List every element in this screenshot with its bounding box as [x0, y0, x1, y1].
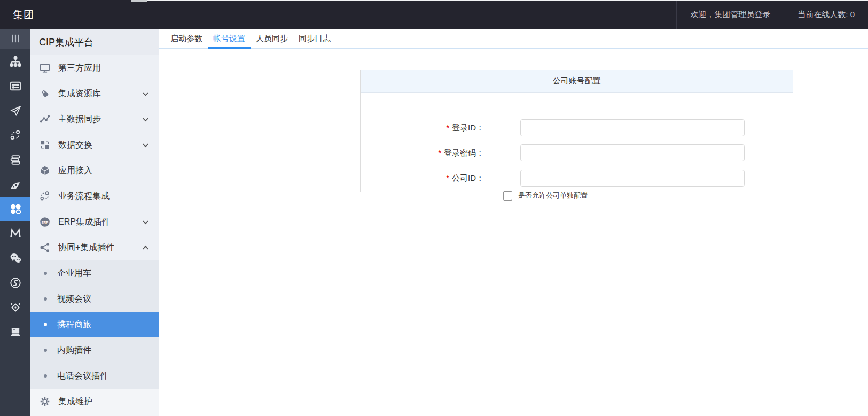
bullet-icon — [44, 272, 47, 275]
sidebar-item-label: 电话会议插件 — [57, 371, 108, 382]
sidebar-item-label: 携程商旅 — [57, 319, 91, 330]
rail-item-m-app[interactable] — [0, 221, 30, 246]
collapse-menu-button[interactable] — [0, 29, 30, 49]
sidebar-subitem-enterprise-car[interactable]: 企业用车 — [30, 260, 159, 286]
sidebar-item-master-data-sync[interactable]: 主数据同步 — [30, 106, 159, 132]
laptop-icon — [9, 325, 22, 339]
company-id-input[interactable] — [520, 170, 745, 187]
gear-icon — [38, 395, 51, 408]
chevron-down-icon — [142, 143, 149, 148]
sidebar-item-app-access[interactable]: 应用接入 — [30, 158, 159, 183]
rail-item-apps-selected[interactable] — [0, 197, 30, 221]
tab-sync-log[interactable]: 同步日志 — [293, 29, 336, 48]
bullet-icon — [44, 297, 47, 301]
bullet-icon — [44, 349, 47, 352]
chevron-down-icon — [142, 220, 149, 225]
sidebar-subitem-ctrip-travel[interactable]: 携程商旅 — [30, 312, 159, 337]
sync-chart-icon — [38, 113, 51, 126]
chevron-up-icon — [142, 245, 149, 250]
company-id-label: *公司ID： — [361, 170, 484, 187]
tab-bar: 启动参数 帐号设置 人员同步 同步日志 — [159, 29, 868, 49]
rail-item-org[interactable] — [0, 49, 30, 74]
rail-item-diamond-app[interactable] — [0, 295, 30, 320]
panel-title: 公司账号配置 — [361, 70, 793, 93]
monitor-icon — [38, 61, 51, 74]
sidebar: CIP集成平台 第三方应用 集成资源库 主数据同步 数据交换 — [30, 29, 159, 416]
sidebar-item-label: ERP集成插件 — [58, 217, 110, 228]
login-id-label: *登录ID： — [361, 119, 484, 136]
palette-icon — [9, 178, 22, 191]
sidebar-item-label: 集成资源库 — [58, 88, 101, 99]
sidebar-item-label: 视频会议 — [57, 294, 91, 305]
sidebar-item-label: 主数据同步 — [58, 114, 101, 125]
control-panel-icon — [9, 80, 22, 93]
sidebar-item-third-party-apps[interactable]: 第三方应用 — [30, 55, 159, 81]
browser-artifact-line — [147, 0, 868, 1]
org-chart-icon — [9, 55, 22, 68]
rail-item-palette[interactable] — [0, 172, 30, 197]
exchange-icon — [38, 138, 51, 151]
brand-title: 集团 — [0, 8, 34, 22]
panel-body: *登录ID： *登录密码： *公司ID： 是否允许公司单独配置 — [361, 93, 793, 192]
send-plane-icon — [9, 104, 22, 117]
login-id-input[interactable] — [520, 119, 745, 136]
bullet-icon — [44, 374, 47, 378]
sidebar-title: CIP集成平台 — [30, 29, 159, 55]
chevron-down-icon — [142, 117, 149, 122]
allow-company-config-row: 是否允许公司单独配置 — [503, 191, 588, 201]
erp-badge-icon: ERP — [38, 215, 51, 228]
svg-text:ERP: ERP — [42, 220, 49, 224]
sidebar-item-label: 内购插件 — [57, 345, 91, 356]
sidebar-item-erp-plugin[interactable]: ERP ERP集成插件 — [30, 209, 159, 235]
clover-apps-icon — [9, 202, 22, 216]
icon-rail — [0, 29, 30, 416]
allow-company-config-label: 是否允许公司单独配置 — [518, 191, 588, 201]
sidebar-item-process-integration[interactable]: 业务流程集成 — [30, 183, 159, 209]
workflow-icon — [9, 129, 22, 142]
required-marker: * — [446, 173, 449, 182]
sidebar-item-label: 协同+集成插件 — [58, 242, 114, 253]
sidebar-item-data-exchange[interactable]: 数据交换 — [30, 132, 159, 158]
diamond-spark-icon — [9, 301, 22, 314]
rail-item-layers[interactable] — [0, 148, 30, 172]
m-letter-icon — [9, 227, 22, 240]
share-nodes-icon — [38, 241, 51, 254]
topbar-right: 欢迎，集团管理员登录 当前在线人数: 0 — [676, 0, 868, 29]
sidebar-subitem-phone-conference[interactable]: 电话会议插件 — [30, 363, 159, 389]
columns-menu-icon — [10, 33, 21, 47]
rail-item-workflow[interactable] — [0, 123, 30, 148]
sidebar-subitem-internal-purchase[interactable]: 内购插件 — [30, 337, 159, 363]
login-password-input[interactable] — [520, 144, 745, 161]
tab-startup-params[interactable]: 启动参数 — [165, 29, 208, 48]
sidebar-item-label: 第三方应用 — [58, 63, 101, 74]
welcome-text: 欢迎，集团管理员登录 — [676, 0, 784, 29]
cube-icon — [38, 164, 51, 177]
plug-icon — [38, 87, 51, 100]
rail-item-wechat[interactable] — [0, 246, 30, 271]
sidebar-item-resource-library[interactable]: 集成资源库 — [30, 81, 159, 106]
bullet-icon — [44, 323, 47, 326]
rail-item-laptop[interactable] — [0, 320, 30, 344]
rail-item-send[interactable] — [0, 98, 30, 123]
sidebar-item-label: 业务流程集成 — [58, 191, 110, 202]
sidebar-item-integration-maintenance[interactable]: 集成维护 — [30, 389, 159, 414]
sidebar-item-label: 数据交换 — [58, 140, 92, 151]
required-marker: * — [438, 148, 441, 157]
sidebar-item-collab-plugin[interactable]: 协同+集成插件 — [30, 235, 159, 260]
tab-personnel-sync[interactable]: 人员同步 — [251, 29, 293, 48]
sidebar-subitem-video-conference[interactable]: 视频会议 — [30, 286, 159, 312]
process-flow-icon — [38, 190, 51, 203]
chevron-down-icon — [142, 91, 149, 96]
tab-account-settings[interactable]: 帐号设置 — [208, 29, 251, 48]
online-count: 当前在线人数: 0 — [784, 0, 868, 29]
login-password-label: *登录密码： — [361, 144, 484, 161]
layers-stack-icon — [9, 153, 22, 166]
company-account-panel: 公司账号配置 *登录ID： *登录密码： *公司ID： 是否允许公司单独配置 — [360, 70, 793, 192]
allow-company-config-checkbox[interactable] — [503, 191, 512, 201]
browser-artifact-box — [131, 0, 147, 2]
rail-item-control-panel[interactable] — [0, 74, 30, 98]
wechat-icon — [9, 251, 22, 265]
sidebar-item-label: 集成维护 — [58, 396, 92, 407]
rail-item-s-app[interactable] — [0, 271, 30, 295]
sidebar-item-label: 企业用车 — [57, 268, 91, 279]
